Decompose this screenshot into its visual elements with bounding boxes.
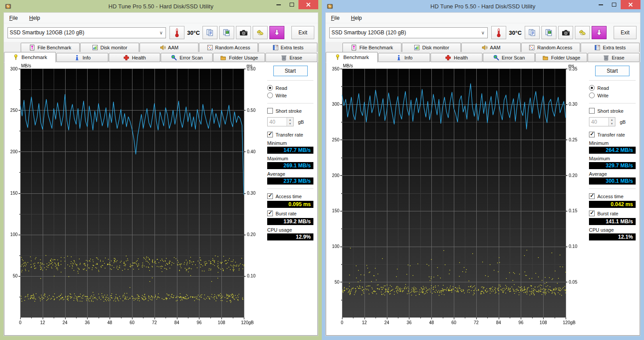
short-stroke-checkbox[interactable]: Short stroke (589, 108, 636, 114)
tab-extra-tests[interactable]: Extra tests (258, 43, 317, 52)
exit-button[interactable]: Exit (614, 26, 637, 39)
tab-aam[interactable]: AAM (140, 43, 199, 52)
file-benchmark-icon (351, 44, 357, 51)
spin-down-icon[interactable]: ▼ (609, 122, 615, 126)
tab-error-scan[interactable]: Error Scan (161, 53, 213, 62)
copy-text-button[interactable] (525, 26, 540, 39)
screenshot-button[interactable] (236, 26, 251, 39)
copy-image-button[interactable] (541, 26, 556, 39)
tab-folder-usage[interactable]: Folder Usage (213, 53, 265, 62)
tab-extra-tests[interactable]: Extra tests (581, 43, 640, 52)
file-benchmark-icon (29, 44, 35, 51)
tab-random-access[interactable]: Random Access (521, 43, 580, 52)
average-value: 300.1 MB/s (589, 177, 636, 185)
tab-health[interactable]: Health (431, 53, 482, 62)
magnifier-icon (171, 55, 177, 61)
extra-tests-icon (594, 44, 600, 51)
burst-rate-checkbox[interactable]: Burst rate (267, 211, 313, 216)
copy-image-button[interactable] (219, 26, 234, 39)
read-radio[interactable]: Read (267, 85, 313, 91)
screenshot-button[interactable] (558, 26, 573, 39)
tab-disk-monitor[interactable]: Disk monitor (80, 43, 139, 52)
short-stroke-size-stepper[interactable]: ▲▼ (589, 117, 615, 126)
write-radio[interactable]: Write (267, 92, 313, 98)
random-access-icon (207, 44, 213, 51)
radio-icon (267, 85, 273, 91)
benchmark-panel: Start Read Write Short stroke ▲▼ gB Tran… (326, 62, 640, 336)
spin-up-icon[interactable]: ▲ (609, 118, 615, 122)
tab-benchmark[interactable]: Benchmark (4, 52, 56, 63)
app-window: HD Tune Pro 5.50 - Hard Disk/SSD Utility… (0, 0, 322, 340)
short-stroke-size-input[interactable] (589, 118, 608, 126)
write-radio[interactable]: Write (589, 92, 636, 98)
divider (589, 188, 636, 189)
copy-image-icon (545, 29, 553, 37)
start-button[interactable]: Start (595, 66, 629, 76)
short-stroke-size-input[interactable] (268, 118, 287, 126)
drive-select[interactable]: SSD Smartbuy 120GB (120 gB) ∨ (329, 27, 488, 38)
trash-icon (281, 55, 287, 61)
burst-rate-checkbox[interactable]: Burst rate (589, 211, 636, 216)
tab-erase[interactable]: Erase (265, 53, 317, 62)
close-button[interactable] (621, 0, 640, 9)
health-cross-icon (445, 55, 451, 61)
minimum-label: Minimum (267, 140, 313, 146)
tab-file-benchmark[interactable]: File Benchmark (21, 43, 80, 52)
client-area: File Help SSD Smartbuy 120GB (120 gB) ∨ … (4, 12, 318, 336)
minimize-button[interactable] (272, 0, 285, 9)
transfer-rate-checkbox[interactable]: Transfer rate (267, 132, 313, 137)
menu-file[interactable]: File (329, 14, 341, 22)
read-radio[interactable]: Read (589, 85, 636, 91)
maximum-value: 329.7 MB/s (589, 162, 636, 169)
short-stroke-size-stepper[interactable]: ▲▼ (267, 117, 294, 126)
tab-aam[interactable]: AAM (461, 43, 520, 52)
tab-file-benchmark[interactable]: File Benchmark (342, 43, 401, 52)
start-button[interactable]: Start (273, 66, 308, 76)
spin-up-icon[interactable]: ▲ (287, 118, 293, 122)
copy-text-button[interactable] (202, 26, 217, 39)
tab-disk-monitor[interactable]: Disk monitor (402, 43, 461, 52)
maximize-button[interactable] (607, 0, 621, 9)
chevron-down-icon: ∨ (480, 30, 486, 36)
donate-button[interactable] (253, 26, 268, 39)
tab-random-access[interactable]: Random Access (199, 43, 258, 52)
exit-button[interactable]: Exit (291, 26, 314, 39)
radio-icon (589, 85, 595, 91)
drive-select-value: SSD Smartbuy 120GB (120 gB) (331, 30, 480, 36)
temperature-button[interactable] (169, 26, 184, 39)
window-title: HD Tune Pro 5.50 - Hard Disk/SSD Utility (4, 3, 318, 10)
checkbox-icon (589, 132, 595, 137)
trash-icon (603, 55, 609, 61)
access-time-checkbox[interactable]: Access time (589, 193, 636, 199)
tab-info[interactable]: Info (378, 53, 430, 62)
temperature-button[interactable] (491, 26, 506, 39)
access-time-checkbox[interactable]: Access time (267, 193, 313, 199)
tab-info[interactable]: Info (56, 53, 108, 62)
menubar: File Help (326, 13, 640, 23)
maximize-button[interactable] (285, 0, 298, 9)
donate-button[interactable] (575, 26, 590, 39)
close-button[interactable] (298, 0, 318, 9)
tab-benchmark[interactable]: Benchmark (326, 52, 378, 63)
burst-rate-value: 141.1 MB/s (589, 218, 636, 225)
controls-panel: Start Read Write Short stroke ▲▼ gB Tran… (263, 62, 317, 335)
copy-image-icon (223, 29, 231, 37)
minimize-button[interactable] (594, 0, 607, 9)
menu-help[interactable]: Help (27, 14, 42, 22)
tab-health[interactable]: Health (109, 53, 161, 62)
spin-down-icon[interactable]: ▼ (287, 122, 293, 126)
save-results-button[interactable] (269, 26, 284, 39)
tab-folder-usage[interactable]: Folder Usage (535, 53, 587, 62)
tab-erase[interactable]: Erase (588, 53, 640, 62)
save-results-button[interactable] (592, 26, 607, 39)
tab-error-scan[interactable]: Error Scan (483, 53, 535, 62)
drive-select[interactable]: SSD Smartbuy 120GB (120 gB) ∨ (7, 27, 166, 38)
transfer-rate-checkbox[interactable]: Transfer rate (589, 132, 636, 137)
menu-file[interactable]: File (7, 14, 19, 22)
copy-text-icon (206, 29, 214, 37)
checkbox-icon (267, 132, 273, 137)
short-stroke-checkbox[interactable]: Short stroke (267, 108, 313, 114)
temperature-value: 30°C (187, 30, 200, 36)
camera-icon (562, 30, 570, 36)
menu-help[interactable]: Help (349, 14, 364, 22)
